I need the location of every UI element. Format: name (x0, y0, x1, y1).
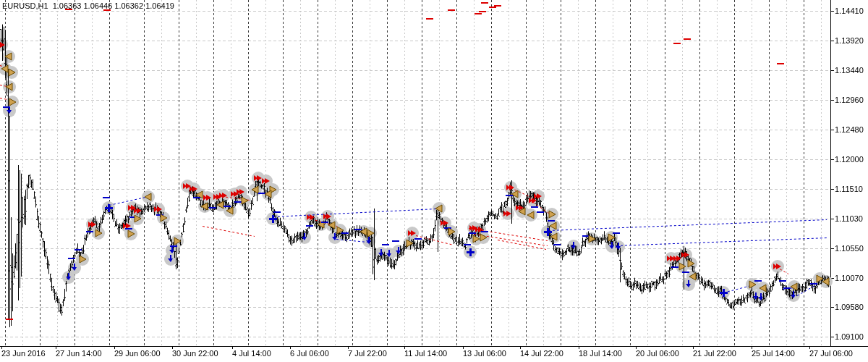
price-axis-label: 1.12000 (835, 155, 864, 164)
price-axis-label: 1.11030 (835, 214, 863, 223)
price-axis-label: 1.10070 (835, 274, 864, 282)
price-axis-label: 1.09100 (835, 332, 864, 341)
price-axis-label: 1.09580 (835, 303, 864, 311)
time-axis-label: 29 Jun 06:00 (114, 349, 161, 358)
time-axis-label: 20 Jul 06:00 (636, 349, 679, 358)
price-axis-label: 1.13440 (835, 66, 864, 75)
time-axis-label: 14 Jul 22:00 (520, 349, 563, 358)
chart-plot-canvas[interactable] (0, 0, 868, 362)
time-axis-label: 27 Jul 06:00 (809, 349, 853, 358)
price-axis-label: 1.10550 (835, 244, 864, 253)
time-axis-label: 23 Jun 2016 (1, 349, 46, 358)
time-axis-label: 25 Jul 14:00 (752, 349, 795, 358)
price-axis-label: 1.14410 (835, 7, 864, 15)
time-axis-label: 4 Jul 14:00 (232, 349, 271, 358)
chart-title: EURUSD,H1 1.06363 1.06446 1.06362 1.0641… (2, 1, 174, 10)
trading-chart-window[interactable]: EURUSD,H1 1.06363 1.06446 1.06362 1.0641… (0, 0, 868, 362)
price-axis-label: 1.11510 (835, 185, 863, 193)
time-axis-label: 7 Jul 22:00 (348, 349, 387, 358)
time-axis-label: 21 Jul 22:00 (693, 349, 736, 358)
price-axis-label: 1.12480 (835, 125, 864, 134)
time-axis-label: 30 Jun 22:00 (172, 349, 218, 358)
time-axis-label: 18 Jul 14:00 (579, 349, 622, 358)
price-axis-label: 1.12960 (835, 96, 864, 104)
price-axis-label: 1.13920 (835, 36, 864, 45)
time-axis-label: 11 Jul 14:00 (404, 349, 447, 358)
time-axis-label: 27 Jun 14:00 (56, 349, 102, 358)
time-axis-label: 6 Jul 06:00 (290, 349, 329, 358)
time-axis-label: 13 Jul 06:00 (463, 349, 506, 358)
